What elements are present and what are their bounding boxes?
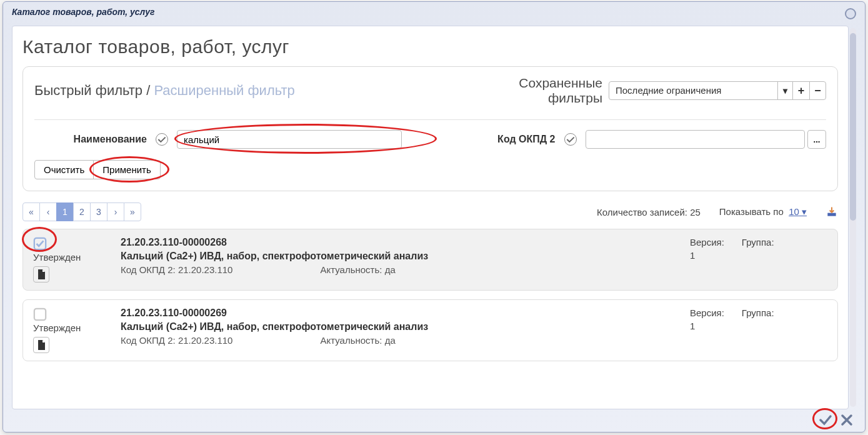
clear-button[interactable]: Очистить xyxy=(34,160,94,179)
list-item-main: 21.20.23.110-00000269 Кальций (Ca2+) ИВД… xyxy=(121,308,677,353)
page-next[interactable]: › xyxy=(107,202,124,221)
saved-filter-selected[interactable]: Последние ограничения xyxy=(609,82,778,99)
item-subrow: Код ОКПД 2: 21.20.23.110 Актуальность: д… xyxy=(121,264,677,275)
name-input[interactable] xyxy=(177,130,402,149)
okpd-label: Код ОКПД 2 xyxy=(443,134,556,145)
page-size-link[interactable]: 10 ▾ xyxy=(789,206,807,217)
saved-filters-label: Сохраненные фильтры xyxy=(519,76,602,106)
okpd-browse-button[interactable]: ... xyxy=(807,130,826,149)
toolbar-right: Количество записей: 25 Показывать по 10 … xyxy=(597,206,838,218)
check-circle-icon[interactable] xyxy=(156,133,168,146)
status-label: Утвержден xyxy=(33,322,108,333)
page-size: Показывать по 10 ▾ xyxy=(719,206,807,218)
item-name: Кальций (Ca2+) ИВД, набор, спектрофотоме… xyxy=(121,251,677,262)
filter-fields: Наименование Код ОКПД 2 ... xyxy=(34,130,826,149)
list-item-status-col: Утвержден xyxy=(33,308,108,353)
field-name: Наименование xyxy=(34,130,418,149)
scrollbar-thumb[interactable] xyxy=(850,33,856,221)
export-icon[interactable] xyxy=(826,206,838,218)
saved-filters-select: Последние ограничения ▾ + − xyxy=(609,81,826,100)
item-okpd: Код ОКПД 2: 21.20.23.110 xyxy=(121,264,232,275)
filter-panel: Быстрый фильтр / Расширенный фильтр Сохр… xyxy=(22,66,838,191)
pager: « ‹ 1 2 3 › » xyxy=(22,202,141,221)
page-title: Каталог товаров, работ, услуг xyxy=(22,36,838,58)
okpd-input[interactable] xyxy=(586,130,806,149)
page-last[interactable]: » xyxy=(124,202,141,221)
version-label: Версия: xyxy=(690,308,724,318)
item-code: 21.20.23.110-00000269 xyxy=(121,308,677,319)
name-label: Наименование xyxy=(34,134,147,145)
list-item[interactable]: Утвержден 21.20.23.110-00000269 Кальций … xyxy=(22,299,838,361)
field-okpd: Код ОКПД 2 ... xyxy=(443,130,827,149)
page-first[interactable]: « xyxy=(22,202,40,221)
list-item[interactable]: Утвержден 21.20.23.110-00000268 Кальций … xyxy=(22,229,838,291)
content-pane: Каталог товаров, работ, услуг Быстрый фи… xyxy=(12,26,849,409)
okpd-input-wrap: ... xyxy=(586,130,827,149)
plus-icon[interactable]: + xyxy=(793,82,809,99)
page-3[interactable]: 3 xyxy=(90,202,107,221)
page-prev[interactable]: ‹ xyxy=(39,202,57,221)
apply-button[interactable]: Применить xyxy=(93,160,161,179)
list-item-status-col: Утвержден xyxy=(33,237,108,282)
document-icon[interactable] xyxy=(33,337,49,353)
filter-tabs: Быстрый фильтр / Расширенный фильтр xyxy=(34,82,295,99)
chevron-down-icon[interactable]: ▾ xyxy=(778,82,793,99)
version-value: 1 xyxy=(690,250,724,261)
titlebar: Каталог товаров, работ, услуг xyxy=(3,2,865,24)
svg-rect-0 xyxy=(827,213,836,216)
tab-extended-filter[interactable]: Расширенный фильтр xyxy=(154,82,294,98)
filter-actions: Очистить Применить xyxy=(34,160,826,179)
list-item-right: Версия: 1 Группа: xyxy=(690,308,827,353)
records-count: Количество записей: 25 xyxy=(597,207,701,218)
item-okpd: Код ОКПД 2: 21.20.23.110 xyxy=(121,335,232,346)
checkbox-icon[interactable] xyxy=(33,308,47,321)
item-actual: Актуальность: да xyxy=(320,264,395,275)
saved-filters: Сохраненные фильтры Последние ограничени… xyxy=(519,76,826,106)
filter-head: Быстрый фильтр / Расширенный фильтр Сохр… xyxy=(34,76,826,106)
confirm-icon[interactable] xyxy=(817,412,834,428)
footer-controls xyxy=(817,412,855,428)
version-value: 1 xyxy=(690,321,724,331)
maximize-icon[interactable] xyxy=(845,8,856,19)
item-code: 21.20.23.110-00000268 xyxy=(121,237,677,248)
checkbox-icon[interactable] xyxy=(33,237,47,251)
item-actual: Актуальность: да xyxy=(320,335,395,346)
tab-quick-filter[interactable]: Быстрый фильтр xyxy=(34,82,142,98)
page-1[interactable]: 1 xyxy=(56,202,74,221)
list-item-right: Версия: 1 Группа: xyxy=(690,237,827,282)
group-label: Группа: xyxy=(742,237,774,248)
item-name: Кальций (Ca2+) ИВД, набор, спектрофотоме… xyxy=(121,321,677,332)
close-icon[interactable] xyxy=(839,412,855,428)
group-label: Группа: xyxy=(742,308,774,318)
document-icon[interactable] xyxy=(33,266,49,282)
dialog-window: Каталог товаров, работ, услуг Каталог то… xyxy=(2,1,866,432)
check-circle-icon[interactable] xyxy=(564,133,577,146)
list-item-main: 21.20.23.110-00000268 Кальций (Ca2+) ИВД… xyxy=(121,237,677,282)
item-subrow: Код ОКПД 2: 21.20.23.110 Актуальность: д… xyxy=(121,335,677,346)
scrollbar[interactable] xyxy=(850,28,856,407)
list-toolbar: « ‹ 1 2 3 › » Количество записей: 25 Пок… xyxy=(22,202,838,221)
divider xyxy=(34,119,826,120)
page-2[interactable]: 2 xyxy=(73,202,91,221)
svg-rect-2 xyxy=(34,309,46,320)
status-label: Утвержден xyxy=(33,252,108,262)
window-title: Каталог товаров, работ, услуг xyxy=(12,7,154,17)
minus-icon[interactable]: − xyxy=(809,82,826,99)
version-label: Версия: xyxy=(690,237,724,248)
